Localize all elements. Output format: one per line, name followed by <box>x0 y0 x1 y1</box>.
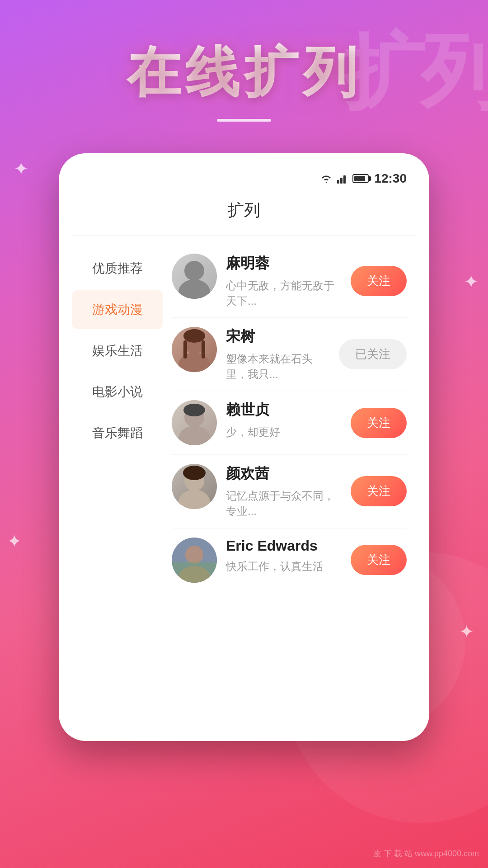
followed-button[interactable]: 已关注 <box>339 339 407 369</box>
user-item: Eric Edwards 快乐工作，认真生活 关注 <box>172 528 407 592</box>
svg-point-15 <box>183 466 206 480</box>
signal-icon <box>337 174 348 184</box>
sparkle-icon-2: ✦ <box>464 271 479 292</box>
status-icons <box>320 174 369 184</box>
user-info: 宋树 塑像本来就在石头里，我只... <box>217 327 339 382</box>
svg-point-3 <box>184 261 204 281</box>
phone-mockup: 12:30 扩列 优质推荐 游戏动漫 娱乐生活 电影小说 音乐舞蹈 <box>59 153 429 741</box>
sparkle-icon-4: ✦ <box>459 621 474 642</box>
user-info: 颜欢茜 记忆点源于与众不同，专业... <box>217 464 351 519</box>
svg-rect-1 <box>340 178 343 184</box>
sidebar-item-entertainment[interactable]: 娱乐生活 <box>72 331 163 370</box>
user-item: 麻明蓉 心中无敌，方能无敌于天下... 关注 <box>172 245 407 318</box>
follow-button[interactable]: 关注 <box>351 476 407 506</box>
sidebar: 优质推荐 游戏动漫 娱乐生活 电影小说 音乐舞蹈 <box>72 245 163 592</box>
sidebar-item-game[interactable]: 游戏动漫 <box>72 290 163 329</box>
wifi-icon <box>320 174 333 184</box>
avatar <box>172 327 217 372</box>
user-bio: 快乐工作，认真生活 <box>226 559 342 574</box>
sidebar-item-movie[interactable]: 电影小说 <box>72 373 163 411</box>
user-item: 宋树 塑像本来就在石头里，我只... 已关注 <box>172 318 407 391</box>
svg-point-7 <box>183 329 205 343</box>
user-name: 赖世贞 <box>226 400 342 420</box>
sidebar-item-quality[interactable]: 优质推荐 <box>72 249 163 288</box>
sparkle-icon-3: ✦ <box>7 531 22 552</box>
avatar <box>172 400 217 445</box>
svg-point-11 <box>178 426 210 445</box>
user-bio: 少，却更好 <box>226 425 342 440</box>
follow-button[interactable]: 关注 <box>351 408 407 438</box>
title-divider <box>217 119 271 122</box>
svg-rect-2 <box>343 175 346 184</box>
user-name: 颜欢茜 <box>226 464 342 484</box>
sidebar-item-music[interactable]: 音乐舞蹈 <box>72 414 163 453</box>
avatar <box>172 464 217 509</box>
user-list: 麻明蓉 心中无敌，方能无敌于天下... 关注 <box>163 245 416 592</box>
battery-fill <box>354 176 365 181</box>
content-layout: 优质推荐 游戏动漫 娱乐生活 电影小说 音乐舞蹈 麻明蓉 心中无敌，方能无敌于天… <box>72 245 416 592</box>
avatar <box>172 254 217 299</box>
svg-point-4 <box>178 279 210 299</box>
user-info: 麻明蓉 心中无敌，方能无敌于天下... <box>217 254 351 308</box>
svg-rect-0 <box>337 180 339 184</box>
watermark: 皮 下 载 站 www.pp4000.com <box>373 848 479 859</box>
avatar <box>172 538 217 583</box>
svg-point-14 <box>178 490 210 509</box>
main-title: 在线扩列 <box>127 36 361 110</box>
user-bio: 心中无敌，方能无敌于天下... <box>226 278 342 308</box>
user-name: 宋树 <box>226 327 330 347</box>
user-info: 赖世贞 少，却更好 <box>217 400 351 440</box>
svg-point-6 <box>178 353 210 372</box>
follow-button[interactable]: 关注 <box>351 266 407 296</box>
user-item: 颜欢茜 记忆点源于与众不同，专业... 关注 <box>172 455 407 528</box>
follow-button[interactable]: 关注 <box>351 545 407 575</box>
user-bio: 记忆点源于与众不同，专业... <box>226 488 342 519</box>
sparkle-icon-1: ✦ <box>14 158 29 179</box>
status-bar: 12:30 <box>72 167 416 195</box>
user-item: 赖世贞 少，却更好 关注 <box>172 391 407 455</box>
time-display: 12:30 <box>374 171 407 186</box>
svg-rect-8 <box>183 340 187 359</box>
user-info: Eric Edwards 快乐工作，认真生活 <box>217 538 351 574</box>
user-name: 麻明蓉 <box>226 254 342 274</box>
svg-point-17 <box>185 546 203 564</box>
user-bio: 塑像本来就在石头里，我只... <box>226 351 330 382</box>
svg-rect-9 <box>202 340 205 359</box>
user-name-eric: Eric Edwards <box>226 538 342 554</box>
svg-point-12 <box>183 404 205 416</box>
battery-icon <box>352 174 369 183</box>
svg-rect-19 <box>172 562 217 583</box>
header-area: 在线扩列 <box>0 0 488 153</box>
app-title: 扩列 <box>72 195 416 236</box>
